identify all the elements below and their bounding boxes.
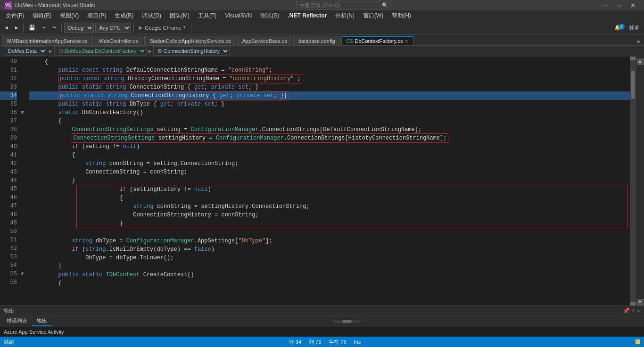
output-close[interactable]: ✕ <box>637 307 640 314</box>
code-line-33: public static string ConnectionString { … <box>29 83 630 91</box>
code-line-45: if (settingHistory != null) <box>77 185 627 194</box>
code-line-51: string dbType = ConfigurationManager.App… <box>29 237 630 245</box>
menu-test[interactable]: 测试(S) <box>256 11 283 21</box>
tab-output[interactable]: 输出 <box>32 316 52 326</box>
status-char: 字符 75 <box>329 339 346 346</box>
toolbar: ◀ ▶ 💾 ↩ ↪ Debug Any CPU ▶ Google Chrome … <box>0 21 644 35</box>
tab-label: StationCollectAppHistoryService.cs <box>149 38 231 44</box>
toolbar-save[interactable]: 💾 <box>26 24 38 32</box>
code-line-37: { <box>29 117 630 125</box>
maximize-button[interactable]: □ <box>613 2 626 8</box>
title-bar-controls: — □ ✕ <box>589 1 640 9</box>
status-ins: Ins <box>354 339 361 345</box>
code-editor[interactable]: 30 31 32 33 34 35 36 37 38 39 40 41 42 4… <box>0 57 636 306</box>
output-move[interactable]: ↕ <box>632 307 635 314</box>
menu-build[interactable]: 生成(B) <box>111 11 137 21</box>
vertical-scrollbar[interactable] <box>630 57 636 306</box>
expand-36[interactable]: ▼ <box>21 108 27 117</box>
expand-icons: ▼ ▼ <box>21 57 27 306</box>
toolbar-back[interactable]: ◀ <box>2 24 11 32</box>
status-bar: 就绪 行 34 列 75 字符 75 Ins <box>0 337 644 347</box>
toolbar-sep4 <box>191 23 191 33</box>
tab-database-config[interactable]: database.config <box>293 36 340 45</box>
code-line-41: { <box>29 151 630 159</box>
nav-separator: ▶ <box>49 48 52 54</box>
code-line-54: } <box>29 262 630 271</box>
tab-label: DbContextFactory.cs <box>355 38 403 44</box>
menu-visualsvn[interactable]: VisualSVN <box>221 11 256 20</box>
menu-view[interactable]: 视图(V) <box>56 11 83 21</box>
tabs-overflow-arrow[interactable]: » <box>635 39 642 45</box>
run-button[interactable]: ▶ Google Chrome ▼ <box>136 23 189 33</box>
minimize-button[interactable]: — <box>597 1 613 9</box>
menu-edit[interactable]: 编辑(E) <box>29 11 55 21</box>
tab-webcontroller[interactable]: WebController.cs <box>94 36 144 45</box>
toolbar-sep3 <box>133 23 134 33</box>
azure-text: Azure App Service Activity <box>4 329 64 335</box>
menu-analyze[interactable]: 分析(N) <box>331 11 358 21</box>
menu-window[interactable]: 窗口(W) <box>359 11 387 21</box>
code-line-52: if (string.IsNullOrEmpty(dbType) == fals… <box>29 245 630 254</box>
config-dropdown[interactable]: Debug <box>64 23 94 33</box>
browser-label: Google Chrome <box>145 25 182 31</box>
title-bar-left: VS DoMes - Microsoft Visual Studio <box>4 1 96 9</box>
azure-activity-bar: Azure App Service Activity <box>0 326 644 337</box>
code-line-36: static DbContextFactory() <box>29 108 630 117</box>
search-icon: 🔍 <box>382 2 388 8</box>
class-dropdown[interactable]: ⬡ DoMes.Data.DbContextFactory <box>54 46 147 56</box>
code-line-47: string connString = settingHistory.Conne… <box>77 202 627 211</box>
code-line-50 <box>29 228 630 237</box>
tab-label: MMBasicInformationAppService.cs <box>7 38 88 44</box>
tab-close[interactable]: ✕ <box>405 39 408 44</box>
line-numbers: 30 31 32 33 34 35 36 37 38 39 40 41 42 4… <box>0 57 21 306</box>
notification-badge[interactable]: 🔔2 <box>611 24 625 32</box>
nav-separator2: ▶ <box>149 48 152 54</box>
tab-error-list[interactable]: 错误列表 <box>2 316 32 326</box>
menu-file[interactable]: 文件(F) <box>2 11 28 21</box>
code-line-53: DbType = dbType.ToLower(); <box>29 254 630 262</box>
nav-bar: DoMes.Data ▶ ⬡ DoMes.Data.DbContextFacto… <box>0 45 644 57</box>
quick-launch-input[interactable] <box>296 1 390 9</box>
code-line-55: public static IDbContext CreateContext() <box>29 271 630 279</box>
title-bar: VS DoMes - Microsoft Visual Studio 🔍 — □… <box>0 0 644 10</box>
tab-stationcollect[interactable]: StationCollectAppHistoryService.cs <box>144 36 236 45</box>
platform-dropdown[interactable]: Any CPU <box>95 23 131 33</box>
output-pin[interactable]: 📌 <box>623 307 630 314</box>
menu-project[interactable]: 项目(P) <box>83 11 110 21</box>
code-line-46: { <box>77 194 627 202</box>
tab-label: AppServiceBase.cs <box>242 38 287 44</box>
member-dropdown[interactable]: ⚙ ConnectionStringHistory <box>153 46 230 56</box>
code-line-42: string connString = setting.ConnectionSt… <box>29 159 630 168</box>
status-col: 列 75 <box>309 339 321 346</box>
toolbar-login[interactable]: 登录 <box>626 23 642 32</box>
code-line-48: ConnectionStringHistory = connString; <box>77 211 627 219</box>
toolbar-redo[interactable]: ↪ <box>50 24 59 32</box>
code-line-44: } <box>29 176 630 185</box>
code-line-35: public static string DbType { get; priva… <box>29 100 630 108</box>
toolbar-forward[interactable]: ▶ <box>12 24 21 32</box>
menu-debug[interactable]: 调试(D) <box>138 11 165 21</box>
menu-team[interactable]: 团队(M) <box>166 11 193 21</box>
close-button[interactable]: ✕ <box>626 2 640 9</box>
code-line-34: public static string ConnectionStringHis… <box>29 91 630 100</box>
code-line-31: public const string DefaultConnectionStr… <box>29 66 630 74</box>
tab-appservicebase[interactable]: AppServiceBase.cs <box>237 36 292 45</box>
menu-tools[interactable]: 工具(T) <box>194 11 220 21</box>
namespace-dropdown[interactable]: DoMes.Data <box>4 46 47 56</box>
menu-net-reflector[interactable]: .NET Reflector <box>284 11 330 20</box>
tab-mmbasic[interactable]: MMBasicInformationAppService.cs <box>2 36 93 45</box>
tab-label: WebController.cs <box>99 38 139 44</box>
code-line-38: ConnectionStringSettings setting = Confi… <box>29 125 630 134</box>
code-lines[interactable]: { public const string DefaultConnectionS… <box>27 57 630 306</box>
vs-icon: VS <box>4 1 12 9</box>
menu-help[interactable]: 帮助(H) <box>388 11 415 21</box>
right-sidebar-btn2[interactable]: ▼ <box>637 299 644 306</box>
code-line-30: { <box>29 58 630 66</box>
tab-icon: CS <box>347 39 353 44</box>
toolbar-sep1 <box>23 23 24 33</box>
right-sidebar-btn1[interactable]: ▲ <box>637 58 644 65</box>
toolbar-undo[interactable]: ↩ <box>40 24 49 32</box>
tab-dbcontextfactory[interactable]: CS DbContextFactory.cs ✕ <box>341 36 414 45</box>
code-line-40: if (setting != null) <box>29 142 630 151</box>
expand-55[interactable]: ▼ <box>21 270 27 278</box>
